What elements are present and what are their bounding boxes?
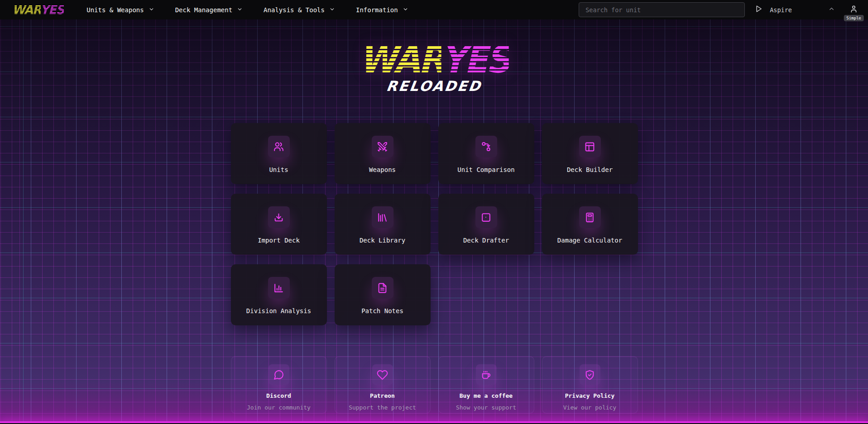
coffee-cup-icon bbox=[480, 369, 492, 381]
card-label: Patch Notes bbox=[361, 307, 403, 314]
download-icon bbox=[273, 212, 284, 223]
hero-subtitle: RELOADED bbox=[0, 78, 868, 94]
card-label: Damage Calculator bbox=[557, 237, 622, 244]
mod-selector[interactable]: Aspire bbox=[755, 5, 792, 14]
card-deck-drafter[interactable]: Deck Drafter bbox=[438, 194, 534, 255]
card-label: Units bbox=[269, 166, 288, 173]
link-privacy-policy[interactable]: Privacy Policy View our policy bbox=[542, 356, 638, 414]
card-label: Import Deck bbox=[258, 237, 300, 244]
hero-logo: WARYES bbox=[359, 46, 509, 74]
card-icon-box bbox=[579, 136, 601, 157]
user-menu-button[interactable]: Simple bbox=[849, 5, 858, 15]
calculator-icon bbox=[584, 212, 595, 223]
link-subtitle: Support the project bbox=[349, 404, 416, 411]
card-icon-box bbox=[372, 277, 393, 299]
link-title: Patreon bbox=[370, 392, 395, 399]
card-units[interactable]: Units bbox=[231, 123, 327, 184]
crossed-swords-icon bbox=[377, 141, 388, 152]
link-subtitle: Show your support bbox=[456, 404, 516, 411]
chevron-down-icon bbox=[329, 6, 335, 14]
user-tooltip: Simple bbox=[844, 15, 864, 21]
card-damage-calculator[interactable]: Damage Calculator bbox=[542, 194, 638, 255]
card-icon-box bbox=[475, 136, 497, 157]
card-icon-box bbox=[268, 136, 290, 157]
menu-label: Analysis & Tools bbox=[264, 6, 325, 14]
menu-deck-management[interactable]: Deck Management bbox=[175, 6, 243, 14]
mod-label: Aspire bbox=[770, 6, 792, 14]
logo-yes-text: YES bbox=[40, 3, 64, 17]
file-text-icon bbox=[377, 282, 388, 294]
link-title: Discord bbox=[266, 392, 291, 399]
menu-label: Units & Weapons bbox=[86, 6, 144, 14]
card-label: Deck Drafter bbox=[463, 237, 509, 244]
card-icon-box bbox=[372, 136, 393, 157]
link-patreon[interactable]: Patreon Support the project bbox=[335, 356, 431, 414]
layout-table-icon bbox=[584, 141, 595, 152]
chevron-down-icon bbox=[237, 6, 243, 14]
card-weapons[interactable]: Weapons bbox=[335, 123, 431, 184]
card-label: Deck Builder bbox=[567, 166, 613, 173]
card-division-analysis[interactable]: Division Analysis bbox=[231, 264, 327, 325]
navbar: WARYES Units & Weapons Deck Management A… bbox=[0, 0, 868, 19]
card-label: Weapons bbox=[369, 166, 396, 173]
menu-label: Information bbox=[356, 6, 398, 14]
shield-check-icon bbox=[584, 369, 595, 381]
card-label: Division Analysis bbox=[246, 307, 311, 314]
card-icon-box bbox=[475, 206, 497, 228]
card-icon-box bbox=[372, 206, 393, 228]
dice-one-icon bbox=[480, 212, 492, 223]
link-title: Buy me a coffee bbox=[460, 392, 513, 399]
link-subtitle: Join our community bbox=[247, 404, 311, 411]
chevron-up-icon bbox=[828, 5, 835, 14]
menu-analysis-tools[interactable]: Analysis & Tools bbox=[264, 6, 335, 14]
card-unit-comparison[interactable]: Unit Comparison bbox=[438, 123, 534, 184]
link-icon-box bbox=[372, 364, 393, 385]
speech-bubble-icon bbox=[273, 369, 284, 381]
link-buy-me-a-coffee[interactable]: Buy me a coffee Show your support bbox=[438, 356, 534, 414]
card-icon-box bbox=[268, 206, 290, 228]
logo-war-text: WAR bbox=[12, 3, 40, 17]
menu-units-weapons[interactable]: Units & Weapons bbox=[86, 6, 154, 14]
menu-label: Deck Management bbox=[175, 6, 232, 14]
card-icon-box bbox=[579, 206, 601, 228]
hero-logo-yes: YES bbox=[441, 38, 508, 81]
user-icon bbox=[849, 5, 858, 15]
tools-grid: Units Weapons Unit Comparison Deck Build… bbox=[231, 123, 638, 325]
link-discord[interactable]: Discord Join our community bbox=[231, 356, 327, 414]
card-deck-builder[interactable]: Deck Builder bbox=[542, 123, 638, 184]
search-input[interactable] bbox=[579, 2, 745, 17]
link-icon-box bbox=[476, 364, 497, 385]
bar-chart-icon bbox=[273, 282, 284, 294]
link-icon-box bbox=[580, 364, 600, 385]
card-label: Unit Comparison bbox=[457, 166, 514, 173]
link-icon-box bbox=[269, 364, 289, 385]
link-title: Privacy Policy bbox=[565, 392, 615, 399]
hero-logo-war: WAR bbox=[359, 38, 441, 81]
users-icon bbox=[273, 141, 284, 152]
link-subtitle: View our policy bbox=[563, 404, 616, 411]
play-icon bbox=[755, 5, 762, 14]
chevron-down-icon bbox=[149, 6, 154, 14]
card-icon-box bbox=[268, 277, 290, 299]
chevron-up-button[interactable] bbox=[828, 5, 835, 14]
card-patch-notes[interactable]: Patch Notes bbox=[335, 264, 431, 325]
chevron-down-icon bbox=[403, 6, 408, 14]
menu-information[interactable]: Information bbox=[356, 6, 408, 14]
card-deck-library[interactable]: Deck Library bbox=[335, 194, 431, 255]
heart-icon bbox=[377, 369, 388, 381]
card-import-deck[interactable]: Import Deck bbox=[231, 194, 327, 255]
card-label: Deck Library bbox=[360, 237, 405, 244]
library-icon bbox=[377, 212, 388, 223]
main-menu: Units & Weapons Deck Management Analysis… bbox=[86, 6, 408, 14]
navbar-logo[interactable]: WARYES bbox=[12, 4, 64, 16]
git-compare-icon bbox=[480, 141, 492, 152]
external-links-grid: Discord Join our community Patreon Suppo… bbox=[231, 356, 638, 414]
hero: WARYES RELOADED bbox=[0, 46, 868, 94]
main-content: WARYES RELOADED Units Weapons Unit Compa… bbox=[0, 46, 868, 414]
